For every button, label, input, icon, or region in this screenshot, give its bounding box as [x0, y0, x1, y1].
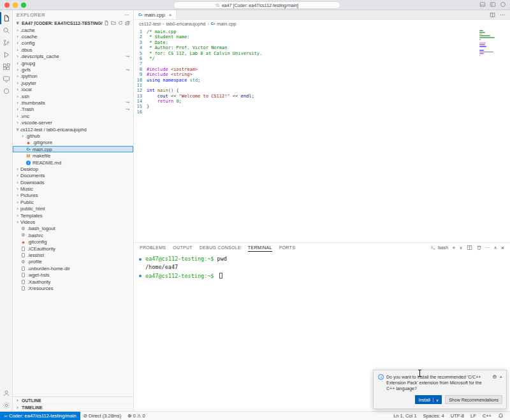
tree-item-.wget-hsts[interactable]: .wget-hsts: [13, 272, 133, 278]
tree-item-.gitconfig[interactable]: ◆.gitconfig: [13, 239, 133, 245]
terminal-shell-button[interactable]: bash: [430, 245, 448, 250]
tree-item-.thumbnails[interactable]: ›.thumbnails↪: [13, 99, 133, 106]
close-tab-icon[interactable]: ×: [169, 12, 172, 18]
settings-gear-icon[interactable]: [0, 399, 13, 411]
ports-icon[interactable]: [0, 85, 13, 97]
tree-item-.profile[interactable]: ⚙.profile: [13, 259, 133, 265]
tree-item-.github[interactable]: ›.github: [13, 133, 133, 139]
cursor-position-status[interactable]: Ln 1, Col 1: [390, 413, 419, 419]
editor-code[interactable]: 1/* main.cpp2 * Student name:3 * Date:4 …: [134, 27, 510, 242]
command-decoration-icon[interactable]: [139, 258, 142, 261]
explorer-section-header[interactable]: ∨ EA47 [CODER: EA47/CS112-TESTING/MAIN]: [13, 19, 133, 27]
profile-avatar-icon[interactable]: [500, 1, 506, 8]
minimize-window-button[interactable]: [13, 3, 18, 8]
notification-settings-gear-icon[interactable]: ⚙: [492, 374, 497, 391]
tree-item-.lesshst[interactable]: .lesshst: [13, 252, 133, 258]
problems-status[interactable]: ⊗ 0 ⚠ 0: [124, 413, 148, 419]
kill-terminal-icon[interactable]: [476, 245, 482, 250]
tree-item-Pictures[interactable]: ›Pictures: [13, 192, 133, 199]
new-terminal-icon[interactable]: +: [452, 245, 455, 251]
eol-status[interactable]: LF: [467, 413, 479, 419]
tree-item-.gnupg[interactable]: ›.gnupg: [13, 60, 133, 66]
encoding-status[interactable]: UTF-8: [448, 413, 467, 419]
new-file-icon[interactable]: [104, 20, 109, 25]
split-editor-icon[interactable]: [490, 12, 495, 18]
tree-item-Videos[interactable]: ›Videos: [13, 219, 133, 225]
explorer-more-actions-icon[interactable]: ⋯: [124, 12, 129, 18]
split-terminal-icon[interactable]: [467, 245, 472, 250]
extensions-icon[interactable]: [0, 61, 13, 73]
run-debug-icon[interactable]: [0, 48, 13, 61]
source-control-icon[interactable]: [0, 36, 13, 48]
collapse-all-icon[interactable]: [125, 20, 130, 25]
explorer-icon[interactable]: [0, 12, 13, 24]
tree-item-.vnc[interactable]: ›.vnc: [13, 113, 133, 119]
tree-item-.gitignore[interactable]: ◆.gitignore: [13, 140, 133, 146]
tree-item-Downloads[interactable]: ›Downloads: [13, 179, 133, 185]
remote-indicator[interactable]: >< Coder: ea47/cs112-testing/main: [0, 412, 80, 420]
editor-more-actions-icon[interactable]: ⋯: [500, 12, 505, 18]
panel-tab-terminal[interactable]: TERMINAL: [248, 243, 272, 252]
tree-item-main.cpp[interactable]: C+main.cpp: [13, 146, 133, 152]
show-recommendations-button[interactable]: Show Recommendations: [445, 395, 502, 404]
tree-item-.ipython[interactable]: ›.ipython: [13, 73, 133, 80]
minimap[interactable]: [479, 30, 501, 59]
tree-item-Documents[interactable]: ›Documents: [13, 173, 133, 179]
tree-item-.bashrc[interactable]: ⚙.bashrc: [13, 232, 133, 238]
tree-item-.ICEauthority[interactable]: .ICEauthority: [13, 245, 133, 252]
panel-tab-problems[interactable]: PROBLEMS: [140, 243, 166, 252]
panel-tab-output[interactable]: OUTPUT: [173, 243, 193, 252]
refresh-icon[interactable]: [118, 20, 123, 25]
timeline-section[interactable]: › TIMELINE: [13, 404, 133, 411]
new-folder-icon[interactable]: [111, 20, 116, 25]
tree-item-.gvfs[interactable]: ›.gvfs↪: [13, 66, 133, 73]
panel-more-actions-icon[interactable]: ⋯: [486, 245, 490, 250]
language-status[interactable]: C++: [479, 413, 495, 419]
tree-item-.jupyter[interactable]: ›.jupyter: [13, 80, 133, 86]
tree-item-Public[interactable]: ›Public: [13, 199, 133, 205]
tree-item-.Xresources[interactable]: .Xresources: [13, 285, 133, 291]
tree-item-Music[interactable]: ›Music: [13, 185, 133, 192]
tree-item-.local[interactable]: ›.local: [13, 87, 133, 93]
panel-tab-ports[interactable]: PORTS: [279, 243, 296, 252]
tree-item-.config[interactable]: ›.config: [13, 40, 133, 47]
tree-item-.ccache[interactable]: ›.ccache: [13, 33, 133, 40]
zoom-window-button[interactable]: [21, 3, 26, 8]
breadcrumb-folder[interactable]: cs112-test: [139, 21, 161, 27]
command-decoration-icon[interactable]: [139, 275, 142, 277]
tree-item-.dbus[interactable]: ›.dbus: [13, 47, 133, 53]
breadcrumb-subfolder[interactable]: lab0-ericaraujophd: [166, 21, 205, 27]
url-bar[interactable]: ea47 [Coder: ea47/cs112-testing/main]: [173, 1, 340, 9]
tree-item-.vscode-server[interactable]: ›.vscode-server: [13, 119, 133, 126]
breadcrumb[interactable]: cs112-test › lab0-ericaraujophd › C+ mai…: [134, 20, 510, 27]
tree-item-.Trash[interactable]: ›.Trash↪: [13, 106, 133, 113]
tree-item-.cache[interactable]: ›.cache: [13, 27, 133, 33]
layout-sidebar-icon[interactable]: [490, 1, 496, 8]
network-status[interactable]: ⊘ Direct (3.28ms): [80, 413, 125, 419]
close-panel-icon[interactable]: ×: [501, 245, 504, 251]
install-button[interactable]: Install ∨: [415, 395, 442, 404]
tree-item-makefile[interactable]: Mmakefile: [13, 152, 133, 159]
panel-tab-debug-console[interactable]: DEBUG CONSOLE: [200, 243, 241, 252]
tree-item-.unburden-home-dir[interactable]: .unburden-home-dir: [13, 265, 133, 272]
notification-close-icon[interactable]: ×: [499, 374, 502, 391]
tree-item-public_html[interactable]: ›public_html: [13, 206, 133, 212]
notifications-bell-icon[interactable]: [495, 413, 507, 419]
indentation-status[interactable]: Spaces: 4: [419, 413, 447, 419]
search-icon[interactable]: [0, 24, 13, 36]
layout-panel-icon[interactable]: [479, 1, 486, 8]
tree-item-cs112-test / lab0-ericaraujophd[interactable]: ∨cs112-test / lab0-ericaraujophd: [13, 126, 133, 133]
tree-item-README.md[interactable]: iREADME.md: [13, 159, 133, 166]
maximize-panel-icon[interactable]: ∧: [494, 245, 497, 250]
tree-item-.Xauthority[interactable]: .Xauthority: [13, 279, 133, 285]
close-window-button[interactable]: [4, 3, 10, 8]
launch-profile-chevron-icon[interactable]: ∨: [459, 245, 462, 250]
outline-section[interactable]: › OUTLINE: [13, 397, 133, 404]
account-icon[interactable]: [0, 387, 13, 399]
breadcrumb-file[interactable]: main.cpp: [217, 21, 236, 27]
tree-item-.ssh[interactable]: ›.ssh: [13, 93, 133, 99]
tree-item-.devscripts_cache[interactable]: ›.devscripts_cache↪: [13, 54, 133, 60]
remote-explorer-icon[interactable]: [0, 73, 13, 85]
tree-item-Templates[interactable]: ›Templates: [13, 212, 133, 219]
tab-main-cpp[interactable]: C+ main.cpp ×: [134, 10, 177, 19]
